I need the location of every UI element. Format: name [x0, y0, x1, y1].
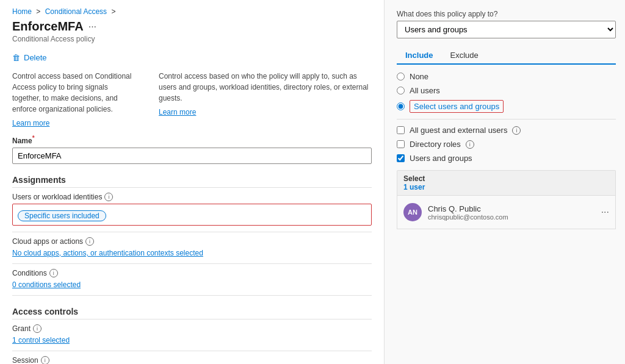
- session-item: Session i 0 controls selected: [12, 356, 372, 364]
- conditions-assignment: Conditions i 0 conditions selected: [12, 269, 372, 289]
- cloud-label-row: Cloud apps or actions i: [12, 237, 372, 246]
- main-content: Control access based on Conditional Acce…: [12, 71, 372, 127]
- conditions-link[interactable]: 0 conditions selected: [12, 280, 81, 289]
- radio-all-users-input[interactable]: [397, 87, 405, 95]
- access-controls-title: Access controls: [12, 307, 372, 319]
- conditions-label-row: Conditions i: [12, 269, 372, 277]
- tab-exclude[interactable]: Exclude: [442, 47, 487, 65]
- grant-info-icon[interactable]: i: [33, 324, 42, 333]
- radio-all-users: All users: [397, 86, 616, 95]
- grant-label-row: Grant i: [12, 324, 372, 333]
- name-input[interactable]: [12, 148, 372, 164]
- checkbox-users-groups: Users and groups: [397, 154, 616, 163]
- users-label-row: Users or workload identities i: [12, 193, 372, 201]
- delete-button[interactable]: 🗑 Delete: [12, 53, 372, 62]
- user-avatar: AN: [403, 203, 422, 221]
- radio-all-users-label: All users: [410, 86, 440, 95]
- user-name: Chris Q. Public: [428, 204, 595, 213]
- page-title: EnforceMFA: [12, 20, 84, 34]
- checkbox-dir-roles-input[interactable]: [397, 140, 405, 148]
- checkbox-guest-input[interactable]: [397, 126, 405, 134]
- grant-label: Grant: [12, 324, 31, 333]
- select-count: 1 user: [403, 183, 425, 191]
- checkbox-group: All guest and external users i Directory…: [397, 119, 616, 163]
- radio-select-users: Select users and groups: [397, 100, 616, 113]
- breadcrumb-conditional-access[interactable]: Conditional Access: [45, 7, 107, 16]
- checkbox-guest: All guest and external users i: [397, 126, 616, 135]
- policy-applies-dropdown[interactable]: Users and groups: [397, 21, 616, 38]
- users-box[interactable]: Specific users included: [12, 204, 372, 226]
- users-tag: Specific users included: [18, 210, 106, 221]
- include-exclude-tabs: Include Exclude: [397, 47, 616, 65]
- select-body: AN Chris Q. Public chrisqpublic@contoso.…: [397, 195, 616, 229]
- grant-link[interactable]: 1 control selected: [12, 336, 70, 344]
- session-info-icon[interactable]: i: [41, 356, 49, 364]
- radio-none: None: [397, 72, 616, 81]
- cloud-label: Cloud apps or actions: [12, 237, 83, 246]
- cloud-assignment: Cloud apps or actions i No cloud apps, a…: [12, 237, 372, 257]
- checkbox-dir-roles-label: Directory roles: [410, 140, 461, 149]
- cloud-info-icon[interactable]: i: [85, 237, 94, 246]
- guest-info-icon[interactable]: i: [512, 126, 521, 135]
- conditions-label: Conditions: [12, 269, 47, 277]
- radio-select-users-input[interactable]: [397, 102, 405, 110]
- left-learn-more[interactable]: Learn more: [12, 119, 49, 127]
- users-label: Users or workload identities: [12, 193, 102, 201]
- grant-item: Grant i 1 control selected: [12, 324, 372, 344]
- dir-roles-info-icon[interactable]: i: [466, 140, 474, 149]
- name-label: Name*: [12, 135, 372, 145]
- radio-select-users-label: Select users and groups: [410, 100, 504, 113]
- left-panel: Home > Conditional Access > EnforceMFA ·…: [0, 0, 385, 364]
- session-label-row: Session i: [12, 356, 372, 364]
- users-info-icon[interactable]: i: [104, 193, 113, 201]
- select-header: Select 1 user: [397, 170, 616, 195]
- radio-group: None All users Select users and groups: [397, 72, 616, 113]
- checkbox-users-groups-input[interactable]: [397, 154, 405, 162]
- user-info: Chris Q. Public chrisqpublic@contoso.com: [428, 204, 595, 221]
- assignments-title: Assignments: [12, 175, 372, 188]
- checkbox-dir-roles: Directory roles i: [397, 140, 616, 149]
- right-desc-text: Control access based on who the policy w…: [159, 71, 372, 104]
- cloud-link[interactable]: No cloud apps, actions, or authenticatio…: [12, 249, 203, 257]
- checkbox-guest-label: All guest and external users: [410, 126, 507, 135]
- name-field: Name*: [12, 135, 372, 164]
- session-label: Session: [12, 356, 38, 364]
- right-learn-more[interactable]: Learn more: [159, 108, 196, 116]
- breadcrumb-home[interactable]: Home: [12, 7, 32, 16]
- breadcrumb: Home > Conditional Access >: [12, 7, 372, 16]
- page-subtitle: Conditional Access policy: [12, 35, 372, 43]
- config-panel: What does this policy apply to? Users an…: [385, 0, 625, 364]
- tab-include[interactable]: Include: [397, 47, 442, 65]
- users-assignment: Users or workload identities i Specific …: [12, 193, 372, 226]
- radio-none-label: None: [410, 72, 428, 81]
- user-row: AN Chris Q. Public chrisqpublic@contoso.…: [397, 199, 615, 225]
- left-description: Control access based on Conditional Acce…: [12, 71, 134, 127]
- user-options-icon[interactable]: ···: [601, 207, 609, 218]
- what-label: What does this policy apply to?: [397, 10, 616, 18]
- right-description: Control access based on who the policy w…: [159, 71, 372, 127]
- user-email: chrisqpublic@contoso.com: [428, 213, 595, 221]
- radio-none-input[interactable]: [397, 73, 405, 80]
- left-desc-text: Control access based on Conditional Acce…: [12, 71, 134, 115]
- trash-icon: 🗑: [12, 53, 20, 62]
- conditions-info-icon[interactable]: i: [49, 269, 58, 277]
- page-options-icon[interactable]: ···: [89, 21, 96, 32]
- checkbox-users-groups-label: Users and groups: [410, 154, 472, 163]
- select-section: Select 1 user AN Chris Q. Public chrisqp…: [397, 170, 616, 229]
